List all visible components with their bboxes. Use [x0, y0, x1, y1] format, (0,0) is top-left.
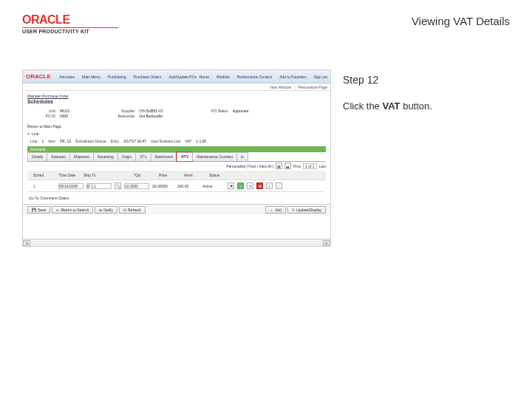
cell-qty[interactable]: 10.0000: [124, 183, 149, 189]
scroll-left-icon[interactable]: ◂: [23, 240, 30, 246]
return-icon: ↩: [56, 208, 59, 212]
tab-rtv[interactable]: RTV: [177, 152, 193, 161]
footer-bar: 💾Save ↩Return to Search ✉Notify ⟳Refresh…: [23, 204, 330, 215]
col-shipto: Ship To: [83, 173, 106, 177]
app-screenshot: ORACLE Favorites Main Menu Purchasing Pu…: [22, 69, 331, 247]
update-button[interactable]: ✎Update/Display: [287, 206, 326, 214]
app-topbar: ORACLE Favorites Main Menu Purchasing Pu…: [23, 70, 330, 83]
grid-header: Sched *Due Date Ship To *Qty Price Amnt …: [27, 171, 326, 180]
last-link[interactable]: Last: [319, 164, 326, 168]
line-bar[interactable]: ▾ Line: [27, 131, 326, 136]
menu-item[interactable]: Purchasing: [108, 75, 126, 79]
app-brand: ORACLE: [26, 73, 51, 80]
download-icon[interactable]: ⬓: [284, 163, 291, 169]
nav-home[interactable]: Home: [200, 75, 209, 79]
menu-item[interactable]: Add/Update POs: [169, 75, 197, 79]
expand-arrow-icon: ▾: [27, 131, 30, 136]
logo-divider: [22, 27, 118, 28]
col-price: Price: [159, 173, 181, 177]
update-icon: ✎: [292, 208, 295, 212]
col-amnt: Amnt: [184, 173, 206, 177]
cell-sched: 1: [33, 184, 55, 188]
tab-receiving[interactable]: Receiving: [93, 152, 118, 161]
delete-icon[interactable]: ✖: [256, 183, 263, 189]
tab-expand-icon[interactable]: ⧉: [236, 152, 248, 161]
personalize-links[interactable]: Personalize | Find | View All |: [226, 164, 273, 168]
menu-item[interactable]: Main Menu: [82, 75, 100, 79]
tabs: Details Statuses Shipment Receiving Orig…: [27, 152, 326, 162]
refresh-button[interactable]: ⟳Refresh: [119, 206, 146, 214]
remove-row-icon[interactable]: −: [276, 183, 282, 189]
postatus-label: PO Status: [208, 109, 228, 113]
tab-origin[interactable]: Origin: [117, 152, 136, 161]
schedule-bar-label: Schedule: [30, 147, 46, 151]
oracle-logo: ORACLE: [22, 13, 118, 27]
cell-price: 20.00000: [152, 184, 174, 188]
item-label: Item: [48, 139, 55, 143]
scroll-right-icon[interactable]: ▸: [323, 240, 330, 246]
instruction: Click the VAT button.: [343, 100, 507, 112]
step-heading: Step 12: [343, 74, 507, 86]
unit-value: MLD1: [60, 109, 69, 113]
menu-item[interactable]: Favorites: [59, 75, 75, 79]
item-value: FR..13: [60, 139, 71, 143]
scrollbar[interactable]: ◂ ▸: [23, 239, 330, 246]
add-icon: ＋: [270, 208, 273, 212]
breadcrumb[interactable]: Maintain Purchase Order: [23, 91, 330, 98]
line-no-value: 1: [41, 139, 44, 143]
line-bar-label: Line: [32, 132, 38, 136]
backorder-value: Not Backorder: [139, 114, 163, 118]
add-button[interactable]: ＋Add: [265, 206, 286, 214]
entry-label: Entry: [111, 139, 120, 143]
nav-fav[interactable]: Add to Favorites: [279, 75, 306, 79]
entry-value: 3/17/17 16:47: [123, 139, 146, 143]
grid-row: 1 05/14/2008 B..L1 🔍 10.0000 20.00000 20…: [27, 180, 326, 192]
save-button[interactable]: 💾Save: [27, 206, 50, 214]
nav-worklist[interactable]: Worklist: [216, 75, 230, 79]
grid-icon[interactable]: ▦: [276, 163, 282, 169]
cell-duedate[interactable]: 05/14/2008: [58, 183, 83, 189]
cell-status: Active: [202, 184, 225, 188]
tab-matchment[interactable]: Matchment: [151, 152, 178, 161]
return-link[interactable]: Return to Main Page: [23, 121, 330, 129]
return-button[interactable]: ↩Return to Search: [52, 206, 93, 214]
desc-label: Substituted Device: [75, 139, 106, 143]
user-label: User Entered Line: [151, 139, 180, 143]
unit-label: Unit: [35, 109, 55, 113]
logo-subtitle: USER PRODUCTIVITY KIT: [22, 29, 118, 34]
col-status: Status: [209, 173, 231, 177]
vat-label: VAT: [185, 139, 191, 143]
supplier-label: Supplier: [114, 109, 134, 113]
schedule-bar[interactable]: Schedule: [27, 146, 326, 152]
notify-button[interactable]: ✉Notify: [95, 206, 117, 214]
tab-maint[interactable]: Maintenance Contract: [192, 152, 237, 161]
tab-details[interactable]: Details: [27, 152, 47, 161]
menu-item[interactable]: Purchase Orders: [134, 75, 162, 79]
cell-shipto[interactable]: B..L1: [86, 183, 112, 189]
postatus-value: Approved: [233, 109, 248, 113]
flag-icon[interactable]: ⚑: [228, 183, 234, 189]
vat-value: 1 1.00: [196, 139, 206, 143]
edit-icon[interactable]: ✎: [247, 183, 253, 189]
section-title: Schedules: [23, 98, 330, 106]
col-qty: *Qty: [134, 173, 156, 177]
poid-label: PO ID: [35, 114, 55, 118]
new-window-link[interactable]: New Window: [270, 85, 291, 89]
tab-3ts[interactable]: 3T's: [135, 152, 151, 161]
nav-perf[interactable]: Performance Content: [237, 75, 273, 79]
first-link[interactable]: First: [293, 164, 301, 168]
personalize-link[interactable]: Personalize Page: [299, 85, 327, 89]
goto-link[interactable]: Go To: Document Status: [23, 194, 330, 202]
nav-signout[interactable]: Sign out: [314, 75, 327, 79]
cell-amnt: 200.00: [177, 184, 200, 188]
tab-shipment[interactable]: Shipment: [69, 152, 94, 161]
lookup-icon[interactable]: 🔍: [115, 183, 121, 189]
poid-value: 0300: [60, 114, 68, 118]
refresh-icon: ⟳: [123, 208, 126, 212]
col-sched: Sched: [33, 173, 55, 177]
check-icon[interactable]: ✓: [237, 183, 244, 189]
tab-statuses[interactable]: Statuses: [47, 152, 69, 161]
subbar: New Window | Personalize Page: [23, 83, 330, 91]
add-row-icon[interactable]: +: [266, 183, 273, 189]
backorder-label: Backorder: [114, 114, 134, 118]
